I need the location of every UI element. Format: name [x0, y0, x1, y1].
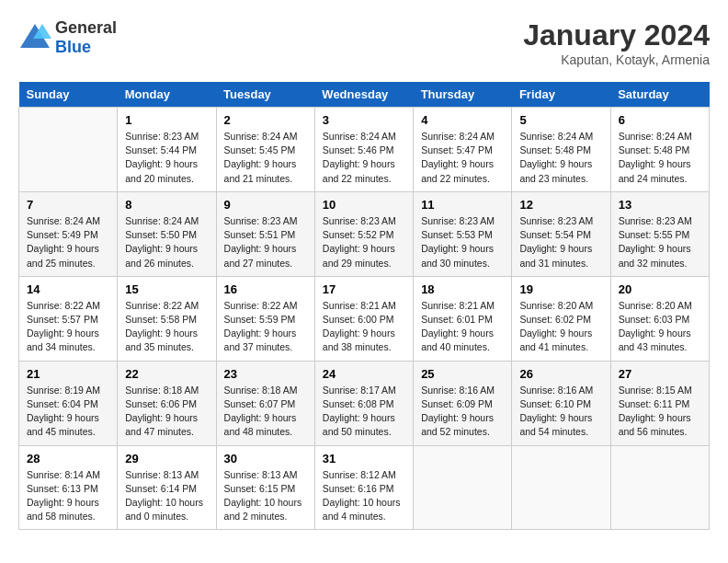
calendar-cell: 10Sunrise: 8:23 AMSunset: 5:52 PMDayligh… — [314, 191, 413, 276]
calendar-cell: 14Sunrise: 8:22 AMSunset: 5:57 PMDayligh… — [19, 276, 118, 361]
calendar-cell: 24Sunrise: 8:17 AMSunset: 6:08 PMDayligh… — [314, 361, 413, 445]
day-number: 16 — [224, 282, 307, 296]
day-number: 19 — [519, 282, 602, 296]
week-row-1: 1Sunrise: 8:23 AMSunset: 5:44 PMDaylight… — [19, 108, 710, 192]
header-row: SundayMondayTuesdayWednesdayThursdayFrid… — [19, 82, 710, 108]
logo-text: General Blue — [55, 18, 117, 57]
day-info: Sunrise: 8:14 AMSunset: 6:13 PMDaylight:… — [27, 468, 109, 524]
day-info: Sunrise: 8:18 AMSunset: 6:06 PMDaylight:… — [125, 384, 208, 440]
day-number: 3 — [323, 113, 405, 127]
logo-blue: Blue — [55, 38, 91, 56]
day-number: 14 — [27, 282, 109, 296]
calendar-cell: 16Sunrise: 8:22 AMSunset: 5:59 PMDayligh… — [216, 276, 314, 361]
day-number: 26 — [519, 367, 602, 381]
week-row-5: 28Sunrise: 8:14 AMSunset: 6:13 PMDayligh… — [19, 445, 710, 530]
day-info: Sunrise: 8:19 AMSunset: 6:04 PMDaylight:… — [27, 384, 109, 440]
day-number: 17 — [323, 282, 405, 296]
day-info: Sunrise: 8:21 AMSunset: 6:01 PMDaylight:… — [421, 299, 504, 355]
calendar-cell — [19, 108, 118, 192]
day-number: 28 — [27, 452, 109, 465]
header-day-sunday: Sunday — [19, 82, 118, 108]
calendar-cell: 8Sunrise: 8:24 AMSunset: 5:50 PMDaylight… — [118, 191, 216, 276]
calendar-cell — [512, 445, 610, 530]
day-number: 5 — [519, 113, 602, 127]
day-info: Sunrise: 8:23 AMSunset: 5:55 PMDaylight:… — [619, 214, 701, 270]
calendar-cell: 6Sunrise: 8:24 AMSunset: 5:48 PMDaylight… — [610, 108, 709, 192]
day-info: Sunrise: 8:24 AMSunset: 5:47 PMDaylight:… — [421, 130, 504, 186]
day-info: Sunrise: 8:16 AMSunset: 6:09 PMDaylight:… — [421, 384, 504, 440]
calendar-cell: 21Sunrise: 8:19 AMSunset: 6:04 PMDayligh… — [19, 361, 118, 445]
day-number: 25 — [421, 367, 504, 381]
day-number: 20 — [619, 282, 701, 296]
header-day-monday: Monday — [118, 82, 216, 108]
calendar-cell — [610, 445, 709, 530]
week-row-3: 14Sunrise: 8:22 AMSunset: 5:57 PMDayligh… — [19, 276, 710, 361]
day-number: 4 — [421, 113, 504, 127]
day-info: Sunrise: 8:13 AMSunset: 6:15 PMDaylight:… — [224, 468, 307, 524]
day-number: 22 — [125, 367, 208, 381]
calendar-table: SundayMondayTuesdayWednesdayThursdayFrid… — [18, 82, 710, 530]
calendar-cell: 4Sunrise: 8:24 AMSunset: 5:47 PMDaylight… — [414, 108, 512, 192]
day-info: Sunrise: 8:24 AMSunset: 5:49 PMDaylight:… — [27, 214, 109, 270]
day-number: 8 — [125, 198, 208, 212]
day-number: 12 — [519, 198, 602, 212]
calendar-cell: 7Sunrise: 8:24 AMSunset: 5:49 PMDaylight… — [19, 191, 118, 276]
calendar-subtitle: Kaputan, Kotayk, Armenia — [523, 52, 710, 67]
day-number: 21 — [27, 367, 109, 381]
calendar-cell: 3Sunrise: 8:24 AMSunset: 5:46 PMDaylight… — [314, 108, 413, 192]
calendar-cell: 9Sunrise: 8:23 AMSunset: 5:51 PMDaylight… — [216, 191, 314, 276]
logo-graphic — [18, 22, 51, 53]
day-number: 24 — [323, 367, 405, 381]
day-info: Sunrise: 8:23 AMSunset: 5:52 PMDaylight:… — [323, 214, 405, 270]
week-row-2: 7Sunrise: 8:24 AMSunset: 5:49 PMDaylight… — [19, 191, 710, 276]
day-number: 11 — [421, 198, 504, 212]
day-number: 7 — [27, 198, 109, 212]
day-info: Sunrise: 8:22 AMSunset: 5:58 PMDaylight:… — [125, 299, 208, 355]
day-info: Sunrise: 8:18 AMSunset: 6:07 PMDaylight:… — [224, 384, 307, 440]
day-number: 6 — [619, 113, 701, 127]
calendar-cell: 1Sunrise: 8:23 AMSunset: 5:44 PMDaylight… — [118, 108, 216, 192]
day-info: Sunrise: 8:20 AMSunset: 6:02 PMDaylight:… — [519, 299, 602, 355]
calendar-cell: 5Sunrise: 8:24 AMSunset: 5:48 PMDaylight… — [512, 108, 610, 192]
calendar-cell: 30Sunrise: 8:13 AMSunset: 6:15 PMDayligh… — [216, 445, 314, 530]
day-info: Sunrise: 8:24 AMSunset: 5:50 PMDaylight:… — [125, 214, 208, 270]
day-info: Sunrise: 8:23 AMSunset: 5:44 PMDaylight:… — [125, 130, 208, 186]
calendar-cell — [414, 445, 512, 530]
day-number: 29 — [125, 452, 208, 465]
calendar-cell: 19Sunrise: 8:20 AMSunset: 6:02 PMDayligh… — [512, 276, 610, 361]
header-day-saturday: Saturday — [610, 82, 709, 108]
calendar-cell: 11Sunrise: 8:23 AMSunset: 5:53 PMDayligh… — [414, 191, 512, 276]
calendar-cell: 26Sunrise: 8:16 AMSunset: 6:10 PMDayligh… — [512, 361, 610, 445]
calendar-title: January 2024 — [523, 18, 710, 52]
day-info: Sunrise: 8:24 AMSunset: 5:45 PMDaylight:… — [224, 130, 307, 186]
calendar-cell: 17Sunrise: 8:21 AMSunset: 6:00 PMDayligh… — [314, 276, 413, 361]
header-day-tuesday: Tuesday — [216, 82, 314, 108]
day-number: 15 — [125, 282, 208, 296]
day-info: Sunrise: 8:23 AMSunset: 5:53 PMDaylight:… — [421, 214, 504, 270]
day-info: Sunrise: 8:24 AMSunset: 5:48 PMDaylight:… — [519, 130, 602, 186]
day-info: Sunrise: 8:13 AMSunset: 6:14 PMDaylight:… — [125, 468, 208, 524]
day-number: 18 — [421, 282, 504, 296]
day-info: Sunrise: 8:12 AMSunset: 6:16 PMDaylight:… — [323, 468, 405, 524]
title-block: January 2024 Kaputan, Kotayk, Armenia — [523, 18, 710, 67]
calendar-cell: 2Sunrise: 8:24 AMSunset: 5:45 PMDaylight… — [216, 108, 314, 192]
calendar-cell: 18Sunrise: 8:21 AMSunset: 6:01 PMDayligh… — [414, 276, 512, 361]
day-info: Sunrise: 8:22 AMSunset: 5:57 PMDaylight:… — [27, 299, 109, 355]
calendar-cell: 12Sunrise: 8:23 AMSunset: 5:54 PMDayligh… — [512, 191, 610, 276]
calendar-cell: 31Sunrise: 8:12 AMSunset: 6:16 PMDayligh… — [314, 445, 413, 530]
day-info: Sunrise: 8:24 AMSunset: 5:48 PMDaylight:… — [619, 130, 701, 186]
logo-general: General — [55, 18, 117, 37]
calendar-cell: 28Sunrise: 8:14 AMSunset: 6:13 PMDayligh… — [19, 445, 118, 530]
day-number: 1 — [125, 113, 208, 127]
day-info: Sunrise: 8:23 AMSunset: 5:51 PMDaylight:… — [224, 214, 307, 270]
day-number: 9 — [224, 198, 307, 212]
day-number: 31 — [323, 452, 405, 465]
header-day-thursday: Thursday — [414, 82, 512, 108]
calendar-cell: 22Sunrise: 8:18 AMSunset: 6:06 PMDayligh… — [118, 361, 216, 445]
calendar-cell: 23Sunrise: 8:18 AMSunset: 6:07 PMDayligh… — [216, 361, 314, 445]
calendar-cell: 25Sunrise: 8:16 AMSunset: 6:09 PMDayligh… — [414, 361, 512, 445]
day-number: 10 — [323, 198, 405, 212]
day-info: Sunrise: 8:16 AMSunset: 6:10 PMDaylight:… — [519, 384, 602, 440]
day-info: Sunrise: 8:15 AMSunset: 6:11 PMDaylight:… — [619, 384, 701, 440]
day-info: Sunrise: 8:22 AMSunset: 5:59 PMDaylight:… — [224, 299, 307, 355]
